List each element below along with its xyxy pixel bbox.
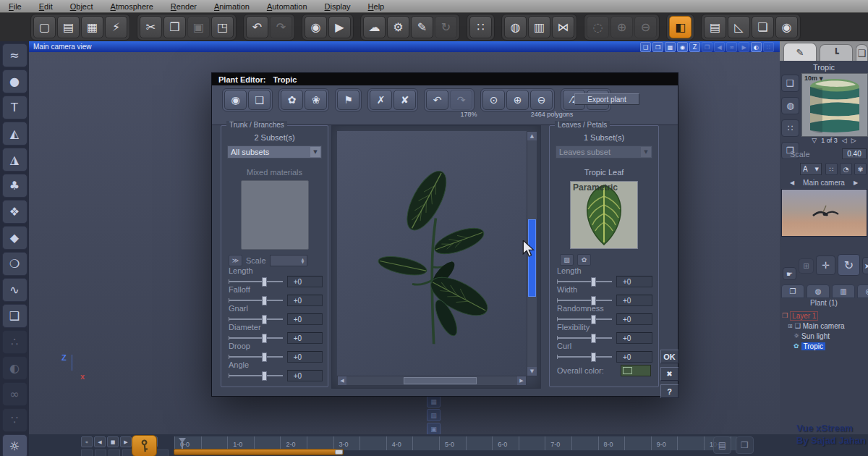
dialog-titlebar[interactable]: Plant Editor: Tropic (212, 73, 678, 85)
cut-icon[interactable]: ✂ (140, 16, 162, 38)
slider-track[interactable] (229, 337, 283, 339)
planet-icon[interactable]: ❍ (2, 252, 27, 276)
view-copy-icon[interactable]: ❒ (652, 42, 663, 52)
close-button[interactable]: ✖ (660, 367, 678, 381)
leaf-material-preview[interactable]: Parametric (570, 181, 638, 249)
nav-right-icon[interactable]: ▶ (739, 42, 749, 52)
quadview-icon[interactable]: ▦ (427, 395, 441, 408)
flip-view-icon[interactable]: ⋈ (552, 16, 574, 38)
preview-vertical-scrollbar[interactable]: ▲ ▼ (527, 131, 537, 376)
save-plant-icon[interactable]: ❀ (305, 90, 327, 110)
slider-track[interactable] (557, 356, 612, 358)
tree-item-tropic[interactable]: ✿ Tropic (782, 341, 867, 351)
tree-item-sun-light[interactable]: ☼ Sun light (782, 331, 867, 341)
orbit-icon[interactable]: ↻ (838, 254, 860, 276)
material-editor-icon[interactable]: ✎ (411, 16, 433, 38)
preview-horizontal-scrollbar[interactable]: ◀ ▶ (337, 376, 527, 386)
zoom-in-icon[interactable]: ⊕ (610, 16, 633, 38)
zoom-out-icon[interactable]: ⊖ (530, 90, 553, 110)
render-icon[interactable]: ◍ (504, 16, 527, 38)
scroll-left-icon[interactable]: ◀ (338, 376, 346, 385)
pager-drop-icon[interactable]: ▽ (812, 137, 817, 144)
menu-atmosphere[interactable]: Atmosphere (111, 2, 153, 11)
twist-icon[interactable]: ↻ (435, 16, 457, 38)
color-set-icon[interactable]: ∷ (781, 119, 799, 137)
export-subset-icon[interactable]: ✗ (370, 90, 392, 110)
aspect-cube-icon[interactable]: ❑ (781, 75, 799, 92)
objects-tab-icon[interactable]: ❐ (781, 284, 804, 298)
slider-track[interactable] (229, 375, 283, 376)
scroll-down-icon[interactable]: ▼ (527, 367, 537, 376)
menu-automation[interactable]: Automation (267, 2, 307, 11)
rock-pile-icon[interactable]: ◆ (2, 226, 27, 250)
slider-track[interactable] (557, 337, 612, 339)
menu-file[interactable]: File (9, 2, 22, 11)
timeline-scrollbar[interactable] (174, 449, 344, 455)
slider-value-field[interactable]: +0 (616, 351, 652, 363)
extra-tab-icon[interactable]: ◎ (857, 284, 868, 298)
view-link-icon[interactable]: ❐ (702, 42, 712, 52)
slider-value-field[interactable]: +0 (287, 370, 323, 381)
slider-track[interactable] (557, 281, 612, 282)
tab-edit[interactable]: ✎ (783, 43, 817, 61)
timeline-scroll-handle[interactable] (335, 449, 343, 455)
rock-icon[interactable]: ❖ (2, 200, 27, 224)
zoom-out-icon[interactable]: ⊖ (634, 16, 657, 38)
view-cube-icon[interactable]: ❑ (640, 42, 651, 52)
vertical-scroll-thumb[interactable] (528, 219, 536, 296)
render-area-icon[interactable]: ❏ (752, 16, 774, 38)
prev-frame-button[interactable]: ◀ (94, 436, 106, 447)
color-palette-icon[interactable]: ∷ (469, 16, 492, 38)
atmosphere-editor-icon[interactable]: ☁ (363, 16, 386, 38)
zoom-fit-icon[interactable]: ⊙ (482, 90, 505, 110)
scale-transfer-icon[interactable]: ≫ (229, 255, 242, 266)
redo-icon[interactable]: ↷ (450, 90, 472, 110)
slider-handle[interactable] (262, 371, 267, 381)
storyboard-icon[interactable]: ▤ (713, 436, 731, 454)
clapperboard-icon[interactable]: ◺ (728, 16, 750, 38)
new-file-icon[interactable]: ▢ (33, 16, 56, 38)
menu-render[interactable]: Render (171, 2, 197, 11)
import-object-icon[interactable]: ❑ (2, 304, 27, 328)
material-checker-icon[interactable]: ▨ (560, 254, 574, 266)
frame-field[interactable] (109, 449, 120, 456)
metacurve-icon[interactable]: ∿ (2, 278, 27, 302)
fullview-icon[interactable]: ▣ (427, 423, 441, 435)
hand-tool-icon[interactable]: ☛ (783, 267, 796, 280)
camera-icon[interactable]: ◉ (775, 16, 798, 38)
expand-icon[interactable]: ⊞ (788, 323, 793, 329)
stats-tab-icon[interactable]: ▥ (832, 284, 855, 298)
tab-camera[interactable]: ❑ (856, 44, 868, 61)
horizontal-scroll-thumb[interactable] (404, 377, 477, 384)
boolean-icon[interactable]: ◐ (2, 356, 27, 380)
slider-track[interactable] (229, 300, 283, 301)
trunk-scale-spinner[interactable]: ▲▼ (270, 255, 307, 266)
zoom-camera-icon[interactable]: ⊞ (799, 258, 814, 274)
undo-icon[interactable]: ↶ (426, 90, 448, 110)
scale-value-field[interactable]: 0.40 (842, 148, 867, 159)
frame-field[interactable] (95, 449, 106, 456)
slider-track[interactable] (557, 318, 612, 320)
trunk-material-preview[interactable] (241, 180, 309, 250)
view-more-icon[interactable]: ∷ (763, 42, 774, 52)
scroll-up-icon[interactable]: ▲ (527, 132, 537, 140)
pan-pad-icon[interactable]: ✛ (816, 256, 835, 275)
camera-preview[interactable] (781, 189, 867, 237)
plant-preview-canvas[interactable] (337, 131, 527, 376)
view-z-buffer-icon[interactable]: Z (689, 42, 700, 52)
object-preview[interactable]: 10m ▼ (801, 73, 868, 137)
movie-camera-icon[interactable]: ❒ (736, 436, 754, 454)
duplicate-icon[interactable]: ◳ (211, 16, 234, 38)
animation-setup-icon[interactable]: ▤ (704, 16, 726, 38)
menu-edit[interactable]: Edit (39, 2, 53, 11)
mode-dropdown[interactable]: A ▼ (800, 163, 822, 175)
view-contrast-icon[interactable]: ◐ (751, 42, 762, 52)
pager-next-icon[interactable]: ▷ (851, 137, 856, 144)
stop-button[interactable]: ■ (107, 436, 119, 447)
nav-loop-icon[interactable]: ∞ (726, 42, 737, 52)
view-texture-icon[interactable]: ▦ (665, 42, 676, 52)
slider-track[interactable] (229, 356, 283, 358)
leaves-subset-dropdown[interactable]: Leaves subset ▼ (556, 145, 652, 159)
procedural-terrain-icon[interactable]: ◮ (2, 148, 27, 172)
pager-prev-icon[interactable]: ◁ (842, 137, 847, 144)
